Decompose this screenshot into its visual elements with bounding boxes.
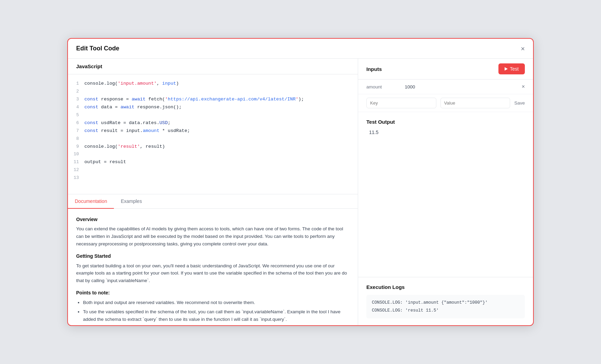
test-output-value: 11.5 — [366, 130, 525, 135]
code-line-1: 1 console.log('input.amount', input) — [68, 80, 358, 88]
line-code-8 — [84, 135, 87, 143]
modal-title: Edit Tool Code — [76, 45, 119, 52]
line-code-4: const data = await response.json(); — [84, 104, 182, 111]
amount-label: amount — [366, 84, 401, 89]
line-code-9: console.log('result', result) — [84, 143, 165, 151]
line-num-12: 12 — [68, 166, 84, 174]
play-icon — [505, 67, 508, 71]
value-input[interactable] — [440, 98, 510, 108]
input-amount-row: amount 1000 × — [358, 80, 533, 94]
line-code-6: const usdRate = data.rates.USD; — [84, 119, 170, 127]
getting-started-text: To get started building a tool on your o… — [76, 262, 350, 284]
line-num-4: 4 — [68, 104, 84, 111]
edit-tool-code-modal: Edit Tool Code × JavaScript 1 console.lo… — [67, 38, 534, 326]
code-line-7: 7 const result = input.amount * usdRate; — [68, 127, 358, 135]
tabs-bar: Documentation Examples — [68, 194, 358, 209]
point-1: Both input and output are reserved varia… — [83, 299, 350, 306]
tab-documentation[interactable]: Documentation — [68, 194, 114, 209]
tab-examples[interactable]: Examples — [114, 194, 149, 209]
line-num-2: 2 — [68, 88, 84, 95]
code-line-4: 4 const data = await response.json(); — [68, 104, 358, 111]
code-line-11: 11 output = result — [68, 158, 358, 166]
line-num-11: 11 — [68, 158, 84, 166]
modal-body: JavaScript 1 console.log('input.amount',… — [68, 59, 533, 325]
line-num-9: 9 — [68, 143, 84, 150]
line-num-6: 6 — [68, 119, 84, 127]
amount-value: 1000 — [405, 84, 518, 89]
test-button-label: Test — [510, 66, 519, 72]
line-num-3: 3 — [68, 96, 84, 103]
js-section-header: JavaScript — [68, 59, 358, 74]
close-button[interactable]: × — [521, 45, 525, 52]
line-num-5: 5 — [68, 111, 84, 119]
line-code-3: const response = await fetch('https://ap… — [84, 96, 304, 104]
line-code-11: output = result — [84, 158, 126, 166]
line-num-13: 13 — [68, 174, 84, 182]
code-editor[interactable]: 1 console.log('input.amount', input) 2 3… — [68, 74, 358, 194]
key-input[interactable] — [366, 98, 436, 108]
code-line-10: 10 — [68, 150, 358, 158]
points-title: Points to note: — [76, 289, 350, 296]
left-panel: JavaScript 1 console.log('input.amount',… — [68, 59, 358, 325]
line-code-5 — [84, 111, 87, 119]
line-code-10 — [84, 150, 87, 158]
line-num-7: 7 — [68, 127, 84, 135]
code-line-3: 3 const response = await fetch('https://… — [68, 96, 358, 104]
spacer — [358, 142, 533, 277]
line-code-7: const result = input.amount * usdRate; — [84, 127, 190, 135]
code-line-5: 5 — [68, 111, 358, 119]
test-output-title: Test Output — [366, 119, 525, 125]
exec-logs-section: Execution Logs CONSOLE.LOG: 'input.amoun… — [358, 277, 533, 325]
right-panel: Inputs Test amount 1000 × Save Test O — [358, 59, 533, 325]
line-num-10: 10 — [68, 150, 84, 158]
code-line-9: 9 console.log('result', result) — [68, 143, 358, 151]
line-code-13 — [84, 174, 87, 182]
code-line-2: 2 — [68, 88, 358, 96]
exec-logs-title: Execution Logs — [366, 284, 525, 290]
code-line-6: 6 const usdRate = data.rates.USD; — [68, 119, 358, 127]
line-code-1: console.log('input.amount', input) — [84, 80, 179, 88]
getting-started-title: Getting Started — [76, 252, 350, 260]
point-2: To use the variables specified in the sc… — [83, 308, 350, 323]
test-output-section: Test Output 11.5 — [358, 112, 533, 142]
points-list: Both input and output are reserved varia… — [76, 299, 350, 325]
code-line-8: 8 — [68, 135, 358, 143]
line-code-2 — [84, 88, 87, 96]
overview-title: Overview — [76, 216, 350, 223]
amount-clear-button[interactable]: × — [522, 84, 525, 90]
overview-text: You can extend the capabilities of AI mo… — [76, 225, 350, 247]
code-line-13: 13 — [68, 174, 358, 182]
inputs-header: Inputs Test — [358, 59, 533, 80]
line-code-12 — [84, 166, 87, 174]
kv-save-button[interactable]: Save — [514, 100, 525, 106]
inputs-title: Inputs — [366, 66, 382, 72]
log-line-1: CONSOLE.LOG: 'input.amount {"amount":"10… — [372, 299, 519, 307]
doc-panel: Overview You can extend the capabilities… — [68, 209, 358, 325]
line-num-8: 8 — [68, 135, 84, 143]
modal-header: Edit Tool Code × — [68, 39, 533, 59]
line-num-1: 1 — [68, 80, 84, 87]
code-line-12: 12 — [68, 166, 358, 174]
kv-row: Save — [358, 94, 533, 112]
log-line-2: CONSOLE.LOG: 'result 11.5' — [372, 307, 519, 315]
test-button[interactable]: Test — [498, 63, 525, 74]
exec-logs-content: CONSOLE.LOG: 'input.amount {"amount":"10… — [366, 295, 525, 318]
